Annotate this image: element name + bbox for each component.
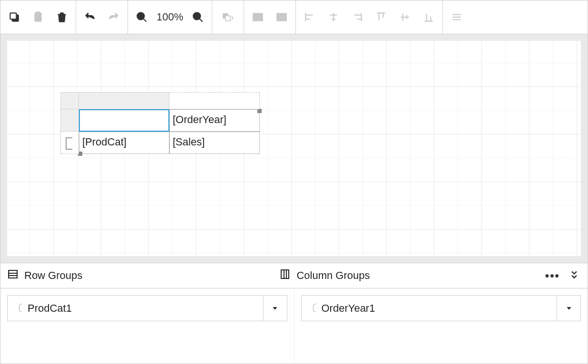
redo-button[interactable] xyxy=(102,5,126,29)
column-group-item[interactable]: 〔 OrderYear1 xyxy=(301,295,581,321)
copy-button[interactable] xyxy=(2,5,26,29)
column-groups-icon xyxy=(279,268,291,283)
paste-button[interactable] xyxy=(26,5,50,29)
col-group-handle[interactable] xyxy=(169,92,260,109)
zoom-level: 100% xyxy=(154,11,186,23)
merge-cells-button[interactable] xyxy=(246,5,270,29)
col-handle-1[interactable] xyxy=(79,92,169,109)
more-options-icon[interactable]: ••• xyxy=(545,269,560,282)
resize-handle-tr[interactable] xyxy=(257,109,262,113)
delete-button[interactable] xyxy=(50,5,74,29)
design-canvas-container: [OrderYear] [ProdCat] [Sales] xyxy=(0,34,588,263)
row-groups-body: 〔 ProdCat1 xyxy=(0,288,294,364)
svg-line-6 xyxy=(143,19,147,22)
row-header-cell[interactable]: [ProdCat] xyxy=(79,132,169,154)
row-handle-1[interactable] xyxy=(60,109,79,132)
distribute-button[interactable] xyxy=(445,5,469,29)
align-top-button[interactable] xyxy=(369,5,393,29)
column-group-dropdown[interactable] xyxy=(557,296,580,321)
corner-handle[interactable] xyxy=(60,92,79,109)
data-cell[interactable]: [Sales] xyxy=(169,132,260,154)
align-center-button[interactable] xyxy=(322,5,345,29)
row-group-dropdown[interactable] xyxy=(263,296,287,321)
toolbar: 100% xyxy=(0,0,588,34)
align-left-button[interactable] xyxy=(298,5,322,29)
svg-rect-41 xyxy=(281,270,289,278)
svg-rect-1 xyxy=(10,13,16,19)
groups-header: Row Groups Column Groups ••• xyxy=(0,263,588,288)
svg-rect-38 xyxy=(9,270,17,278)
align-middle-button[interactable] xyxy=(393,5,417,29)
column-groups-body: 〔 OrderYear1 xyxy=(294,288,588,364)
design-canvas[interactable]: [OrderYear] [ProdCat] [Sales] xyxy=(7,41,581,256)
collapse-panel-icon[interactable] xyxy=(569,270,579,281)
svg-line-10 xyxy=(200,19,203,22)
row-group-handle[interactable] xyxy=(60,132,79,154)
row-groups-label: Row Groups xyxy=(24,269,82,282)
group-bracket-icon: 〔 xyxy=(307,302,317,315)
svg-rect-12 xyxy=(225,16,230,20)
zoom-in-button[interactable] xyxy=(186,5,210,29)
column-groups-label: Column Groups xyxy=(296,269,370,282)
undo-button[interactable] xyxy=(78,5,102,29)
svg-rect-3 xyxy=(37,12,40,14)
bring-forward-button[interactable] xyxy=(214,5,242,29)
group-bracket-icon: 〔 xyxy=(13,302,23,315)
row-group-item[interactable]: 〔 ProdCat1 xyxy=(7,295,287,321)
column-header-cell[interactable]: [OrderYear] xyxy=(169,109,260,132)
row-group-name: ProdCat1 xyxy=(28,302,72,315)
column-group-name: OrderYear1 xyxy=(322,302,375,315)
split-cells-button[interactable] xyxy=(270,5,294,29)
matrix-tablix[interactable]: [OrderYear] [ProdCat] [Sales] xyxy=(60,92,260,154)
zoom-out-button[interactable] xyxy=(130,5,154,29)
corner-cell[interactable] xyxy=(79,109,169,132)
row-groups-icon xyxy=(7,268,19,283)
align-bottom-button[interactable] xyxy=(417,5,441,29)
groups-panel: Row Groups Column Groups ••• 〔 ProdCat1 xyxy=(0,263,588,364)
align-right-button[interactable] xyxy=(345,5,369,29)
